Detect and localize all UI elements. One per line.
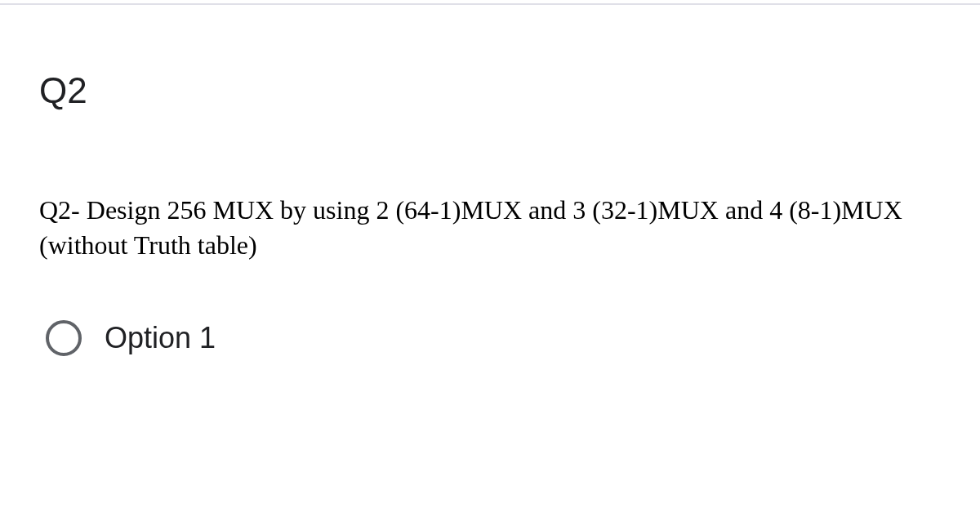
option-label: Option 1 — [105, 321, 216, 355]
option-row[interactable]: Option 1 — [39, 320, 941, 356]
question-prompt: Q2- Design 256 MUX by using 2 (64-1)MUX … — [39, 193, 941, 263]
question-card: Q2 Q2- Design 256 MUX by using 2 (64-1)M… — [0, 5, 980, 405]
radio-icon[interactable] — [46, 320, 82, 356]
question-number: Q2 — [39, 70, 941, 111]
